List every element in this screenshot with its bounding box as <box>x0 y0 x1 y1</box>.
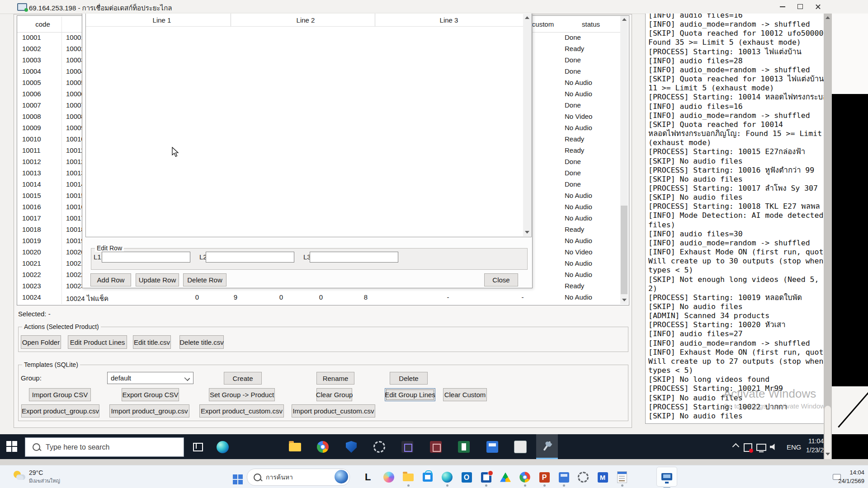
store-icon[interactable] <box>420 469 435 485</box>
network-display-icon[interactable] <box>756 444 766 451</box>
table-row[interactable]: 1002410024 ไฟแช็ค09008--No Audio <box>18 292 620 303</box>
cell-code: 10023 <box>22 282 61 290</box>
scroll-up-icon[interactable] <box>826 16 830 19</box>
dialog-column-line2[interactable]: Line 2 <box>274 16 337 24</box>
maximize-button[interactable] <box>792 0 809 13</box>
table-scrollbar[interactable] <box>620 16 628 304</box>
create-button[interactable]: Create <box>224 372 262 385</box>
running-indicator <box>563 484 565 487</box>
l1-input[interactable] <box>102 252 190 263</box>
app-green-icon[interactable] <box>457 440 471 454</box>
app-blue-icon[interactable] <box>486 440 499 454</box>
edit-product-lines-button[interactable]: Edit Product Lines <box>68 335 127 349</box>
column-header-code[interactable]: code <box>17 20 68 30</box>
scrollbar-thumb[interactable] <box>621 206 627 294</box>
import-product-custom-csv-button[interactable]: Import product_custom.csv <box>292 404 375 418</box>
import-group-csv-button[interactable]: Import Group CSV <box>29 388 91 401</box>
export-product-custom-csv-button[interactable]: Export product_custom.csv <box>199 404 284 418</box>
export-group-csv-button[interactable]: Export Group CSV <box>122 388 179 401</box>
scroll-down-icon[interactable] <box>525 231 529 234</box>
local-clock[interactable]: 14:04 24/1/2569 <box>838 468 864 485</box>
delete-button[interactable]: Delete <box>390 372 428 385</box>
m365-icon[interactable] <box>478 469 494 485</box>
local-search-box[interactable]: การค้นหา <box>247 469 350 486</box>
chrome-icon[interactable] <box>517 469 533 485</box>
add-row-button[interactable]: Add Row <box>90 273 131 286</box>
close-button[interactable] <box>809 0 826 13</box>
scroll-up-icon[interactable] <box>622 18 627 21</box>
cell-status: No Audio <box>565 203 621 211</box>
import-product-group-csv-button[interactable]: Import product_group.csv <box>109 404 189 418</box>
dialog-list-scrollbar[interactable] <box>523 14 531 236</box>
rename-button[interactable]: Rename <box>316 372 354 385</box>
widget-l-icon[interactable]: L <box>362 469 377 485</box>
cell-code: 10016 <box>22 203 61 211</box>
outlook-icon[interactable]: O <box>459 469 474 485</box>
edge-icon[interactable] <box>216 440 229 454</box>
remote-desktop-app-button[interactable] <box>656 467 677 487</box>
set-group-product-button[interactable]: Set Group -> Product <box>209 388 275 401</box>
scroll-down-icon[interactable] <box>826 453 830 455</box>
edit-title-csv-button[interactable]: Edit title.csv <box>133 335 171 349</box>
remote-start-button[interactable] <box>6 441 18 453</box>
l3-input[interactable] <box>310 252 398 263</box>
dialog-column-line1[interactable]: Line 1 <box>130 16 193 24</box>
group-select[interactable]: default <box>107 372 193 384</box>
app-dark-icon[interactable] <box>401 440 414 454</box>
group-select-value: default <box>111 374 131 382</box>
scroll-up-icon[interactable] <box>525 16 529 19</box>
rdp-vertical-scrollbar[interactable] <box>824 14 832 459</box>
update-row-button[interactable]: Update Row <box>136 273 179 286</box>
remote-search-placeholder: Type here to search <box>46 443 109 451</box>
app-light-icon[interactable] <box>514 440 527 454</box>
clear-custom-button[interactable]: Clear Custom <box>443 388 487 401</box>
dialog-column-line3[interactable]: Line 3 <box>417 16 481 24</box>
file-explorer-icon[interactable] <box>401 469 416 485</box>
group-lines-list[interactable]: Line 1 Line 2 Line 3 <box>85 14 532 237</box>
weather-widget[interactable]: 29°C มีเมฆส่วนใหญ่ <box>29 469 60 485</box>
powerpoint-icon[interactable]: P <box>537 469 552 485</box>
app-m-icon[interactable]: M <box>595 469 610 485</box>
l2-input[interactable] <box>206 252 294 263</box>
cell-code: 10020 <box>22 248 61 256</box>
cell-status: Ready <box>565 282 621 290</box>
settings-gear-icon[interactable] <box>576 469 591 485</box>
cell-code: 10018 <box>22 225 61 233</box>
edge-icon[interactable] <box>439 469 455 485</box>
app-blue-icon[interactable] <box>556 469 571 485</box>
settings-gear-icon[interactable] <box>373 440 386 454</box>
copilot-icon[interactable] <box>381 469 396 485</box>
local-start-button[interactable] <box>226 468 244 486</box>
notes-icon[interactable] <box>614 469 630 485</box>
close-dialog-button[interactable]: Close <box>484 273 518 286</box>
minimize-icon <box>780 6 785 7</box>
remote-search-box[interactable]: Type here to search <box>25 437 184 457</box>
export-product-group-csv-button[interactable]: Export product_group.csv <box>21 404 99 418</box>
minimize-button[interactable] <box>774 0 791 13</box>
action-center-icon[interactable] <box>744 443 752 452</box>
column-header-status[interactable]: status <box>561 20 621 30</box>
remote-clock[interactable]: 11:04 1/23/2 <box>804 436 824 456</box>
log-line: Will create up to 27 outputs (stop when <box>648 357 825 366</box>
console-log-window[interactable]: [INFO] audio files=16[INFO] audio_mode=r… <box>645 14 825 424</box>
delete-row-button[interactable]: Delete Row <box>183 273 226 286</box>
cell-status: Ready <box>565 225 621 233</box>
defender-icon[interactable] <box>344 440 358 454</box>
cell-value: 8 <box>359 293 373 301</box>
windows-logo-icon <box>6 441 11 446</box>
drive-icon[interactable] <box>498 469 513 485</box>
scroll-down-icon[interactable] <box>622 299 627 301</box>
chrome-icon[interactable] <box>316 440 330 454</box>
edit-group-lines-button[interactable]: Edit Group Lines <box>385 388 435 401</box>
active-app-button[interactable] <box>536 434 558 459</box>
weather-icon[interactable] <box>14 470 25 482</box>
delete-title-csv-button[interactable]: Delete title.csv <box>179 335 224 349</box>
language-indicator[interactable]: ENG <box>787 443 802 451</box>
clear-group-button[interactable]: Clear Group <box>316 388 352 401</box>
notification-badge <box>488 470 493 476</box>
file-explorer-icon[interactable] <box>288 440 302 454</box>
app-maroon-icon[interactable] <box>429 440 443 454</box>
task-view-icon[interactable] <box>191 440 205 454</box>
running-indicator <box>407 484 410 487</box>
open-folder-button[interactable]: Open Folder <box>21 335 61 349</box>
